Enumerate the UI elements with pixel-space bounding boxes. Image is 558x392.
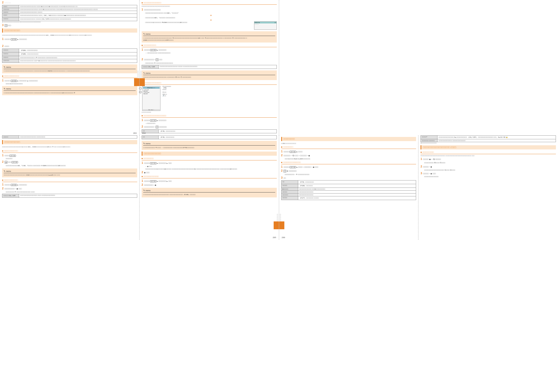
subsection-title: □□□□□□□□□□□□□□ (142, 2, 277, 5)
page-285-left: □□□□□□□□□□□□□□□□□□□□□□ □□□□□□□□□ □□□□□□□… (0, 135, 140, 240)
phone-screen-mock: 簡易留守録リスト □ 17/5 9:30 東芝太郎 □ 17/5 10:30 東… (142, 86, 160, 111)
step-number-3: 3 (2, 24, 4, 27)
tab-marker (134, 78, 139, 86)
memo-box: memo □ □□□□□□□□□□□□□□□□□□□□□□□□□□□□□□ □□… (2, 64, 137, 73)
section-title: □□□□□□□□□□□ (2, 28, 137, 33)
page-286-right: □□□□□*□□□□□□□□□□□□□□□□ No.□□□□□□□□□□□ （O… (418, 135, 558, 240)
step-number-1: 1 (2, 38, 4, 40)
row-label: □□□□ (2, 5, 19, 8)
options-table: □□□□□（P.284）□□□□□□□□□□□ □□□□□（P.285）□□□□… (2, 49, 137, 63)
down-arrow-icon: ▼ (145, 14, 277, 17)
callout-1: 1 (139, 87, 142, 90)
page-number: 284 (142, 132, 146, 134)
step-number-2: 2 (2, 1, 4, 4)
menu-icon: ☰ (156, 126, 158, 128)
page-number: 286 (282, 236, 285, 239)
settings-table: □□□□□□□□□□□□□□□□□□□□□ □□□□□E□□□□□□□E□□□□… (2, 5, 137, 21)
clear-button[interactable]: ｸﾘｱ/ﾒﾓ (11, 80, 17, 82)
row-value: □□□□□□□□□□□□□□□□□ □□□□□E□□□□□□□E□□□□□□□□… (19, 5, 137, 8)
side-label: □□□□□ (137, 70, 139, 78)
page-number: 283 (133, 132, 136, 134)
page-286-left: □□□□□□□□ □□50□□□□□□□□□□□□ □□□□□□□□ 1□□□□… (279, 135, 419, 240)
page-283: 2□□□□ □□□□□□□□□□□□□□□□□□□□□ □□□□□E□□□□□□… (0, 0, 140, 135)
memo-label: memo (4, 66, 136, 69)
phone-notification-mock: 簡易留守録 1件 □□□□□□□□□ (254, 21, 277, 30)
subsection-title: □□□□□□□□□□□□ (2, 75, 137, 78)
page-285-right: □□（P.78）□□□□□□□□□ memo □ □□□□□□□□□□□ ※ □… (140, 135, 279, 240)
clear-button[interactable]: ｸﾘｱ/ﾒﾓ (11, 38, 17, 40)
callout-2: 2 (139, 91, 142, 93)
menu-icon: ☰ (284, 170, 286, 172)
menu-icon: ☰ (156, 58, 158, 61)
page-284: □□□□□□□□□□□□□□ □□□□□□□□□□□□□□□□□□□□□□□□□… (140, 0, 279, 135)
manual-spread: 2□□□□ □□□□□□□□□□□□□□□□□□□□□ □□□□□E□□□□□□… (0, 0, 558, 135)
page-number: 285 (273, 236, 276, 239)
menu-icon: ☰ (5, 24, 7, 27)
center-key-icon: ◉ (5, 161, 7, 164)
footnote: ※ □□□□□□□□□□□□□□□□□□□□□ ※ □□□□□□□□□□□□□□… (2, 21, 137, 23)
manual-spread-row2: □□□□□□□□□□□□□□□□□□□□□□ □□□□□□□□□ □□□□□□□… (0, 135, 558, 240)
